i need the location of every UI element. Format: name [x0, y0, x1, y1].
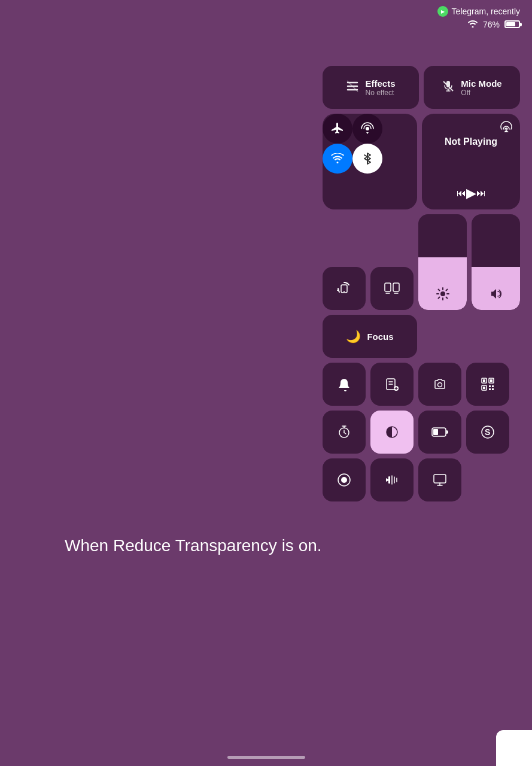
airplane-icon-wrapper: [323, 114, 352, 144]
bluetooth-button[interactable]: [352, 144, 382, 174]
svg-rect-38: [492, 385, 494, 387]
qr-code-button[interactable]: [466, 363, 509, 406]
row-effects-mic: Effects No effect Mic Mode Off: [323, 66, 520, 109]
control-center: Effects No effect Mic Mode Off: [323, 66, 520, 501]
svg-point-52: [341, 477, 347, 483]
svg-rect-35: [483, 387, 485, 389]
svg-line-22: [446, 290, 447, 291]
screen-mirror-button[interactable]: [370, 267, 414, 310]
notes-button[interactable]: [370, 363, 414, 406]
now-playing-tile[interactable]: Not Playing ⏮ ▶ ⏭: [422, 114, 520, 209]
telegram-label: Telegram, recently: [452, 7, 520, 16]
svg-rect-39: [489, 388, 491, 390]
connectivity-block: [323, 114, 417, 209]
mic-icon: [442, 80, 455, 96]
row-bottom-2: S: [323, 411, 520, 454]
dark-mode-button[interactable]: [370, 411, 414, 454]
svg-rect-40: [492, 388, 494, 390]
svg-point-14: [440, 291, 445, 296]
svg-rect-11: [393, 283, 399, 291]
status-bar: Telegram, recently 76%: [437, 6, 520, 29]
moon-icon: 🌙: [346, 329, 361, 344]
wifi-icon-wrapper: [323, 144, 352, 174]
svg-rect-53: [388, 476, 390, 484]
bluetooth-icon-wrapper: [352, 144, 382, 174]
svg-rect-33: [490, 379, 493, 382]
svg-point-29: [438, 383, 442, 387]
svg-line-19: [438, 290, 439, 291]
mic-mode-tile[interactable]: Mic Mode Off: [424, 66, 520, 109]
battery-percentage: 76%: [483, 20, 500, 29]
telegram-indicator: Telegram, recently: [437, 6, 520, 17]
row-lock-mirror-sliders: [323, 214, 520, 310]
svg-rect-48: [433, 429, 438, 435]
volume-slider[interactable]: [472, 214, 520, 310]
svg-point-6: [366, 127, 369, 130]
low-power-button[interactable]: [418, 411, 461, 454]
svg-rect-10: [385, 283, 391, 291]
row-focus: 🌙 Focus: [323, 315, 520, 358]
home-indicator[interactable]: [227, 756, 305, 759]
white-corner: [496, 730, 532, 766]
fast-forward-button[interactable]: ⏭: [476, 188, 486, 199]
mic-subtitle: Off: [461, 89, 501, 97]
not-playing-label: Not Playing: [445, 136, 497, 147]
telegram-icon: [437, 6, 448, 17]
svg-line-43: [344, 433, 346, 434]
play-button[interactable]: ▶: [466, 186, 476, 201]
row-bottom-1: [323, 363, 520, 406]
stopwatch-button[interactable]: [323, 411, 366, 454]
svg-text:S: S: [485, 427, 490, 437]
wifi-icon: [467, 19, 478, 29]
row-connectivity-nowplaying: Not Playing ⏮ ▶ ⏭: [323, 114, 520, 209]
effects-subtitle: No effect: [365, 89, 395, 97]
sound-recognition-button[interactable]: [370, 458, 414, 501]
status-row: 76%: [467, 19, 520, 29]
screen-record-button[interactable]: [323, 458, 366, 501]
row-bottom-3: [323, 458, 520, 501]
screen-rotation-button[interactable]: [323, 267, 366, 310]
airdrop-icon-wrapper: [352, 114, 382, 144]
airplane-button[interactable]: [323, 114, 352, 144]
description-text: When Reduce Transparency is on.: [65, 535, 322, 557]
battery-icon: [504, 20, 520, 28]
focus-button[interactable]: 🌙 Focus: [323, 315, 417, 358]
mic-text: Mic Mode Off: [461, 78, 501, 97]
brightness-slider[interactable]: [418, 214, 467, 310]
wifi-button[interactable]: [323, 144, 352, 174]
camera-button[interactable]: [418, 363, 461, 406]
playback-controls: ⏮ ▶ ⏭: [457, 186, 486, 201]
rewind-button[interactable]: ⏮: [457, 188, 466, 199]
svg-rect-31: [483, 379, 485, 382]
alarm-button[interactable]: [323, 363, 366, 406]
shazam-button[interactable]: S: [466, 411, 509, 454]
effects-title: Effects: [365, 78, 395, 89]
svg-line-21: [438, 297, 439, 299]
focus-label: Focus: [367, 332, 393, 342]
effects-text: Effects No effect: [365, 78, 395, 97]
airdrop-button[interactable]: [352, 114, 382, 144]
svg-rect-37: [489, 385, 491, 387]
airplay-icon: [500, 121, 513, 137]
svg-rect-54: [434, 475, 446, 483]
effects-tile[interactable]: Effects No effect: [323, 66, 419, 109]
effects-icon: [346, 80, 359, 96]
svg-point-7: [506, 129, 507, 130]
keynote-button[interactable]: [418, 458, 461, 501]
svg-point-9: [343, 291, 345, 292]
mic-title: Mic Mode: [461, 78, 501, 89]
svg-line-20: [446, 297, 447, 299]
